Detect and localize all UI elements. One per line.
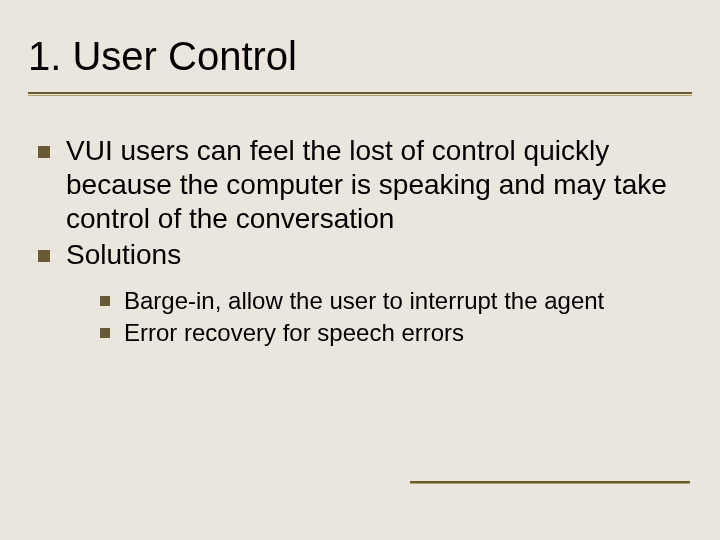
square-bullet-icon (100, 328, 110, 338)
slide-title: 1. User Control (28, 34, 297, 79)
list-item: Barge-in, allow the user to interrupt th… (100, 286, 678, 316)
sub-list: Barge-in, allow the user to interrupt th… (100, 286, 678, 348)
square-bullet-icon (100, 296, 110, 306)
bullet-text: Error recovery for speech errors (124, 318, 464, 348)
square-bullet-icon (38, 250, 50, 262)
bullet-text: Barge-in, allow the user to interrupt th… (124, 286, 604, 316)
list-item: Solutions (38, 238, 678, 272)
footer-accent-line (410, 481, 690, 484)
bullet-text: VUI users can feel the lost of control q… (66, 134, 678, 236)
slide-content: VUI users can feel the lost of control q… (38, 134, 678, 350)
square-bullet-icon (38, 146, 50, 158)
list-item: VUI users can feel the lost of control q… (38, 134, 678, 236)
bullet-text: Solutions (66, 238, 181, 272)
title-underline (28, 92, 692, 96)
list-item: Error recovery for speech errors (100, 318, 678, 348)
slide: 1. User Control VUI users can feel the l… (0, 0, 720, 540)
